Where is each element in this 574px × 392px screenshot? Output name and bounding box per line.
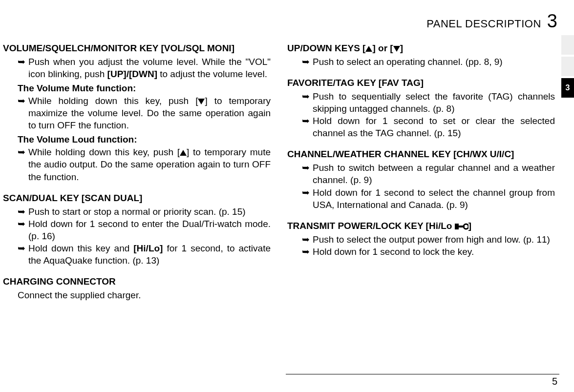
bullet-arrow-icon: ➥ [18, 56, 28, 80]
header-title: PANEL DESCRIPTION [426, 18, 541, 30]
bullet-arrow-icon: ➥ [18, 206, 28, 218]
section-updown: UP/DOWN KEYS [] or [] ➥ Push to select a… [287, 43, 555, 68]
bullet: ➥ While holding down this key, push [] t… [18, 95, 271, 131]
bullet: ➥ Push to select an operating channel. (… [302, 56, 555, 68]
right-column: UP/DOWN KEYS [] or [] ➥ Push to select a… [287, 43, 555, 311]
bullet-arrow-icon: ➥ [302, 115, 313, 139]
section-title: CHARGING CONNECTOR [3, 276, 271, 287]
left-column: VOLUME/SQUELCH/MONITOR KEY [VOL/SQL MONI… [3, 43, 271, 311]
bullet: ➥ Hold down for 1 second to set or clear… [302, 115, 555, 139]
bullet-text: Push to select an operating channel. (pp… [313, 56, 555, 68]
bullet: ➥ Hold down for 1 second to select the c… [302, 186, 555, 211]
section-fav-tag: FAVORITE/TAG KEY [FAV TAG] ➥ Push to seq… [287, 78, 555, 139]
bullet: ➥ Hold down for 1 second to lock the key… [302, 246, 555, 258]
side-tab-blank-1 [561, 35, 574, 55]
bullet-arrow-icon: ➥ [302, 233, 313, 246]
section-title: UP/DOWN KEYS [] or [] [287, 43, 555, 54]
down-triangle-icon [198, 99, 205, 104]
section-vol-sql: VOLUME/SQUELCH/MONITOR KEY [VOL/SQL MONI… [3, 43, 271, 183]
bullet-arrow-icon: ➥ [302, 186, 313, 211]
bullet-arrow-icon: ➥ [18, 242, 28, 267]
bullet-text: Push when you adjust the volume level. W… [28, 56, 271, 80]
bullet: ➥ Push to switch between a regular chann… [302, 162, 555, 186]
sub-title-mute: The Volume Mute function: [18, 83, 271, 94]
section-title: FAVORITE/TAG KEY [FAV TAG] [287, 78, 555, 88]
bullet-text: Hold down this key and [Hi/Lo] for 1 sec… [28, 242, 271, 267]
sub-title-loud: The Volume Loud function: [18, 134, 271, 145]
svg-point-2 [464, 224, 468, 229]
bullet-arrow-icon: ➥ [302, 162, 313, 186]
key-lock-icon [455, 223, 468, 230]
section-ch-wx: CHANNEL/WEATHER CHANNEL KEY [CH/WX U/I/C… [287, 149, 555, 210]
bullet-text: Push to select the output power from hig… [313, 233, 555, 246]
bullet-arrow-icon: ➥ [18, 218, 28, 242]
page: PANEL DESCRIPTION 3 3 VOLUME/SQUELCH/MON… [0, 0, 574, 392]
page-number: 5 [552, 376, 557, 387]
bullet-arrow-icon: ➥ [18, 146, 28, 183]
up-triangle-icon [180, 150, 187, 156]
bullet: ➥ Push to start or stop a normal or prio… [18, 206, 271, 218]
svg-rect-0 [455, 224, 459, 229]
bullet-text: Push to start or stop a normal or priori… [28, 206, 271, 218]
side-tab-active: 3 [561, 78, 574, 98]
section-scan-dual: SCAN/DUAL KEY [SCAN DUAL] ➥ Push to star… [3, 193, 271, 267]
chapter-number: 3 [547, 12, 557, 30]
bullet: ➥ Push to select the output power from h… [302, 233, 555, 246]
bullet: ➥ Hold down this key and [Hi/Lo] for 1 s… [18, 242, 271, 267]
bullet-text: Push to sequentially select the favorite… [313, 90, 555, 115]
footer-rule [286, 374, 559, 374]
section-title: SCAN/DUAL KEY [SCAN DUAL] [3, 193, 271, 204]
bullet-text: Push to switch between a regular channel… [313, 162, 555, 186]
section-hilo-lock: TRANSMIT POWER/LOCK KEY [Hi/Lo ] ➥ Push … [287, 221, 555, 258]
content-columns: VOLUME/SQUELCH/MONITOR KEY [VOL/SQL MONI… [3, 43, 560, 311]
bullet: ➥ Hold down for 1 second to enter the Du… [18, 218, 271, 242]
bullet-arrow-icon: ➥ [302, 56, 313, 68]
up-triangle-icon [365, 46, 372, 52]
bullet: ➥ While holding down this key, push [] t… [18, 146, 271, 183]
bullet-text: Hold down for 1 second to set or clear t… [313, 115, 555, 139]
bullet: ➥ Push to sequentially select the favori… [302, 90, 555, 115]
bullet: ➥ Push when you adjust the volume level.… [18, 56, 271, 80]
bullet-text: Hold down for 1 second to select the cha… [313, 186, 555, 211]
section-charging: CHARGING CONNECTOR Connect the supplied … [3, 276, 271, 301]
bullet-arrow-icon: ➥ [302, 246, 313, 258]
side-tab-blank-2 [561, 57, 574, 76]
bullet-text: Hold down for 1 second to enter the Dual… [28, 218, 271, 242]
section-title: CHANNEL/WEATHER CHANNEL KEY [CH/WX U/I/C… [287, 149, 555, 160]
body-text: Connect the supplied charger. [18, 289, 271, 301]
bullet-arrow-icon: ➥ [302, 90, 313, 115]
bullet-text: While holding down this key, push [] to … [28, 95, 271, 131]
side-tabs: 3 [561, 35, 574, 98]
bullet-arrow-icon: ➥ [18, 95, 28, 131]
section-title: VOLUME/SQUELCH/MONITOR KEY [VOL/SQL MONI… [3, 43, 271, 54]
page-header: PANEL DESCRIPTION 3 [3, 12, 560, 30]
down-triangle-icon [393, 46, 400, 52]
bullet-text: While holding down this key, push [] to … [28, 146, 271, 183]
bullet-text: Hold down for 1 second to lock the key. [313, 246, 555, 258]
section-title: TRANSMIT POWER/LOCK KEY [Hi/Lo ] [287, 221, 555, 231]
